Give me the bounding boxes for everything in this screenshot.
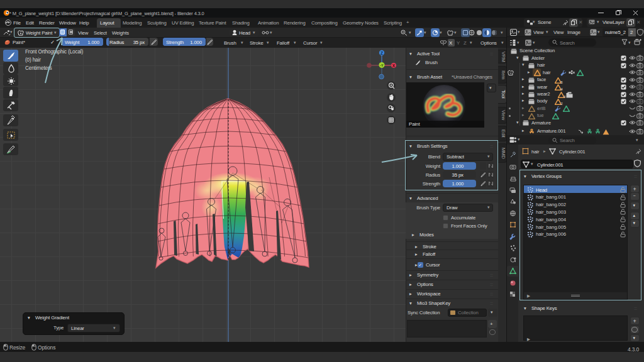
svg-text:Z: Z [380, 51, 383, 55]
svg-text:-Y: -Y [380, 63, 384, 67]
svg-text:X: X [392, 63, 396, 68]
